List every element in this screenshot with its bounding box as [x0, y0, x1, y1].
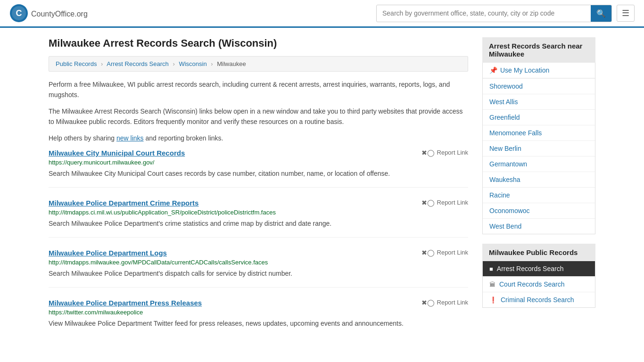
record-list: Milwaukee City Municipal Court Records ✖… [49, 149, 468, 337]
report-link-label: Report Link [437, 299, 468, 306]
nearby-list-item: Racine [483, 188, 595, 203]
report-link-label: Report Link [437, 149, 468, 156]
logo[interactable]: C CountyOffice.org [9, 4, 88, 23]
report-link[interactable]: ✖◯ Report Link [421, 199, 468, 206]
breadcrumb-milwaukee: Milwaukee [217, 60, 246, 67]
header-search-area: 🔍 ☰ [376, 5, 635, 22]
nearby-list-item: New Berlin [483, 141, 595, 156]
breadcrumb-sep-3: › [211, 60, 213, 67]
record-header: Milwaukee Police Department Logs ✖◯ Repo… [49, 249, 468, 257]
nearby-list-item: Menomonee Falls [483, 125, 595, 141]
breadcrumb-public-records[interactable]: Public Records [56, 60, 97, 67]
breadcrumb: Public Records › Arrest Records Search ›… [49, 56, 468, 72]
record-header: Milwaukee Police Department Press Releas… [49, 299, 468, 307]
record-desc: View Milwaukee Police Department Twitter… [49, 319, 468, 329]
nearby-section: Arrest Records Search near Milwaukee 📌 U… [482, 37, 595, 234]
record-header: Milwaukee Police Department Crime Report… [49, 199, 468, 207]
new-links-link[interactable]: new links [116, 134, 144, 142]
nearby-location-link[interactable]: Waukesha [483, 172, 595, 187]
report-link[interactable]: ✖◯ Report Link [421, 299, 468, 306]
report-link-icon: ✖◯ [421, 149, 435, 156]
svg-text:C: C [16, 8, 22, 18]
search-bar: 🔍 [376, 5, 612, 22]
pub-record-item: ■ Arrest Records Search [483, 261, 595, 277]
main-layout: Milwaukee Arrest Records Search (Wiscons… [39, 28, 605, 358]
pub-record-item: 🏛 Court Records Search [483, 277, 595, 292]
report-link[interactable]: ✖◯ Report Link [421, 249, 468, 256]
pub-record-link[interactable]: 🏛 Court Records Search [483, 277, 595, 292]
logo-text: CountyOffice.org [31, 8, 88, 19]
record-item: Milwaukee Police Department Logs ✖◯ Repo… [49, 249, 468, 288]
nearby-list-item: Germantown [483, 156, 595, 172]
page-title: Milwaukee Arrest Records Search (Wiscons… [49, 37, 468, 49]
nearby-location-link[interactable]: New Berlin [483, 141, 595, 156]
nearby-location-link[interactable]: Greenfield [483, 110, 595, 125]
record-url[interactable]: https://twitter.com/milwaukeepolice [49, 309, 468, 316]
breadcrumb-wisconsin[interactable]: Wisconsin [179, 60, 206, 67]
nearby-location-link[interactable]: West Allis [483, 94, 595, 109]
record-header: Milwaukee City Municipal Court Records ✖… [49, 149, 468, 157]
search-button[interactable]: 🔍 [591, 5, 611, 22]
pub-record-item: ❗ Criminal Records Search [483, 292, 595, 307]
record-item: Milwaukee Police Department Crime Report… [49, 199, 468, 238]
report-link-icon: ✖◯ [421, 249, 435, 256]
description-para1: Perform a free Milwaukee, WI public arre… [49, 79, 468, 100]
pub-record-label: Court Records Search [499, 280, 565, 288]
sidebar: Arrest Records Search near Milwaukee 📌 U… [482, 37, 595, 348]
nearby-list-item: Oconomowoc [483, 203, 595, 219]
record-desc: Search Milwaukee City Municipal Court ca… [49, 169, 468, 179]
nearby-location-link[interactable]: Menomonee Falls [483, 125, 595, 140]
record-title[interactable]: Milwaukee Police Department Crime Report… [49, 199, 198, 207]
public-records-header: Milwaukee Public Records [482, 244, 595, 261]
nearby-location-link[interactable]: Oconomowoc [483, 203, 595, 218]
nearby-list-item: Waukesha [483, 172, 595, 188]
nearby-list-item: West Allis [483, 94, 595, 110]
record-url[interactable]: http://itmdapps.milwaukee.gov/MPDCallDat… [49, 259, 468, 266]
nearby-list-item: Shorewood [483, 79, 595, 94]
report-link-icon: ✖◯ [421, 299, 435, 306]
report-link-label: Report Link [437, 249, 468, 256]
breadcrumb-sep-2: › [173, 60, 174, 67]
search-input[interactable] [377, 6, 591, 21]
description-para3: Help others by sharing new links and rep… [49, 133, 468, 143]
location-icon: 📌 [489, 66, 497, 74]
nearby-location-link[interactable]: West Bend [483, 219, 595, 234]
nearby-location-link[interactable]: Racine [483, 188, 595, 203]
pub-record-label: Arrest Records Search [497, 265, 564, 272]
site-header: C CountyOffice.org 🔍 ☰ [0, 0, 644, 28]
description-para2: The Milwaukee Arrest Records Search (Wis… [49, 106, 468, 127]
pub-record-icon: 🏛 [489, 281, 495, 288]
nearby-location-link[interactable]: Germantown [483, 156, 595, 172]
record-url[interactable]: http://itmdapps.ci.mil.wi.us/publicAppli… [49, 209, 468, 216]
nearby-list-item: 📌 Use My Location [483, 63, 595, 79]
report-link[interactable]: ✖◯ Report Link [421, 149, 468, 156]
nearby-list: 📌 Use My Location ShorewoodWest AllisGre… [482, 63, 595, 234]
record-title[interactable]: Milwaukee Police Department Logs [49, 249, 167, 257]
hamburger-icon: ☰ [622, 8, 629, 18]
menu-button[interactable]: ☰ [617, 5, 635, 22]
logo-icon: C [9, 4, 28, 23]
record-title[interactable]: Milwaukee City Municipal Court Records [49, 149, 185, 157]
pub-record-link-active[interactable]: ■ Arrest Records Search [483, 261, 595, 276]
use-location-label: Use My Location [500, 66, 549, 74]
pub-record-label: Criminal Records Search [501, 296, 574, 304]
search-icon: 🔍 [596, 9, 606, 17]
record-item: Milwaukee Police Department Press Releas… [49, 299, 468, 337]
pub-record-link[interactable]: ❗ Criminal Records Search [483, 292, 595, 307]
record-desc: Search Milwaukee Police Department's cri… [49, 219, 468, 229]
record-title[interactable]: Milwaukee Police Department Press Releas… [49, 299, 202, 307]
breadcrumb-arrest-records-search[interactable]: Arrest Records Search [107, 60, 169, 67]
pub-record-icon: ❗ [489, 296, 497, 304]
record-url[interactable]: https://query.municourt.milwaukee.gov/ [49, 159, 468, 166]
use-my-location[interactable]: 📌 Use My Location [483, 63, 595, 78]
nearby-location-link[interactable]: Shorewood [483, 79, 595, 94]
nearby-list-item: Greenfield [483, 110, 595, 125]
breadcrumb-sep-1: › [101, 60, 103, 67]
public-records-list: ■ Arrest Records Search 🏛 Court Records … [482, 261, 595, 308]
report-link-label: Report Link [437, 199, 468, 206]
record-item: Milwaukee City Municipal Court Records ✖… [49, 149, 468, 188]
public-records-section: Milwaukee Public Records ■ Arrest Record… [482, 244, 595, 308]
report-link-icon: ✖◯ [421, 199, 435, 206]
pub-record-icon: ■ [489, 265, 493, 272]
record-desc: Search Milwaukee Police Department's dis… [49, 269, 468, 279]
